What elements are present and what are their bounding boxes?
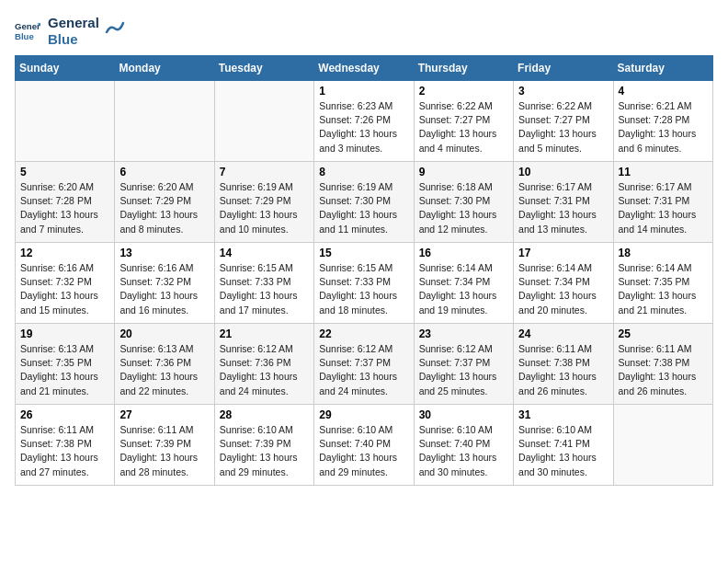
day-info: Sunrise: 6:20 AMSunset: 7:28 PMDaylight:… <box>20 180 109 236</box>
day-info: Sunrise: 6:12 AMSunset: 7:37 PMDaylight:… <box>419 342 508 398</box>
day-number: 21 <box>220 327 309 340</box>
day-info: Sunrise: 6:12 AMSunset: 7:36 PMDaylight:… <box>220 342 309 398</box>
day-number: 27 <box>119 408 209 421</box>
day-info: Sunrise: 6:10 AMSunset: 7:40 PMDaylight:… <box>319 423 408 479</box>
day-number: 14 <box>220 247 309 259</box>
day-info: Sunrise: 6:15 AMSunset: 7:33 PMDaylight:… <box>220 261 309 317</box>
day-number: 20 <box>119 327 209 340</box>
calendar-cell: 17Sunrise: 6:14 AMSunset: 7:34 PMDayligh… <box>514 243 613 324</box>
day-info: Sunrise: 6:14 AMSunset: 7:35 PMDaylight:… <box>619 261 708 317</box>
day-info: Sunrise: 6:14 AMSunset: 7:34 PMDaylight:… <box>518 261 608 317</box>
calendar-cell: 12Sunrise: 6:16 AMSunset: 7:32 PMDayligh… <box>16 243 115 324</box>
calendar-cell: 10Sunrise: 6:17 AMSunset: 7:31 PMDayligh… <box>514 162 613 243</box>
day-info: Sunrise: 6:12 AMSunset: 7:37 PMDaylight:… <box>319 342 408 398</box>
day-info: Sunrise: 6:11 AMSunset: 7:38 PMDaylight:… <box>20 423 109 479</box>
day-info: Sunrise: 6:13 AMSunset: 7:35 PMDaylight:… <box>20 342 109 398</box>
day-info: Sunrise: 6:16 AMSunset: 7:32 PMDaylight:… <box>119 261 209 317</box>
day-info: Sunrise: 6:10 AMSunset: 7:39 PMDaylight:… <box>220 423 309 479</box>
logo-general: General <box>48 15 99 31</box>
day-info: Sunrise: 6:10 AMSunset: 7:40 PMDaylight:… <box>419 423 508 479</box>
day-number: 10 <box>518 166 608 178</box>
calendar-cell: 4Sunrise: 6:21 AMSunset: 7:28 PMDaylight… <box>613 81 712 162</box>
logo-icon: General Blue <box>15 18 40 44</box>
svg-text:General: General <box>15 21 40 31</box>
day-number: 8 <box>319 166 408 178</box>
day-info: Sunrise: 6:13 AMSunset: 7:36 PMDaylight:… <box>119 342 209 398</box>
day-info: Sunrise: 6:19 AMSunset: 7:30 PMDaylight:… <box>319 180 408 236</box>
day-number: 4 <box>619 85 708 98</box>
day-info: Sunrise: 6:18 AMSunset: 7:30 PMDaylight:… <box>419 180 508 236</box>
calendar-week-5: 26Sunrise: 6:11 AMSunset: 7:38 PMDayligh… <box>16 405 713 486</box>
calendar-cell: 31Sunrise: 6:10 AMSunset: 7:41 PMDayligh… <box>514 405 613 486</box>
calendar-cell: 16Sunrise: 6:14 AMSunset: 7:34 PMDayligh… <box>414 243 513 324</box>
header-day-monday: Monday <box>115 56 214 81</box>
day-number: 16 <box>419 247 508 259</box>
day-number: 13 <box>119 247 209 259</box>
day-number: 24 <box>518 327 608 340</box>
calendar-cell <box>214 81 313 162</box>
calendar-week-3: 12Sunrise: 6:16 AMSunset: 7:32 PMDayligh… <box>16 243 713 324</box>
day-info: Sunrise: 6:15 AMSunset: 7:33 PMDaylight:… <box>319 261 408 317</box>
day-info: Sunrise: 6:11 AMSunset: 7:39 PMDaylight:… <box>119 423 209 479</box>
day-number: 15 <box>319 247 408 259</box>
calendar-cell: 22Sunrise: 6:12 AMSunset: 7:37 PMDayligh… <box>314 324 414 405</box>
day-number: 3 <box>518 85 608 98</box>
day-info: Sunrise: 6:22 AMSunset: 7:27 PMDaylight:… <box>518 99 608 155</box>
header-day-friday: Friday <box>514 56 613 81</box>
calendar-week-4: 19Sunrise: 6:13 AMSunset: 7:35 PMDayligh… <box>16 324 713 405</box>
logo: General Blue General Blue <box>15 15 125 48</box>
calendar-cell <box>613 405 712 486</box>
day-info: Sunrise: 6:19 AMSunset: 7:29 PMDaylight:… <box>220 180 309 236</box>
calendar-week-2: 5Sunrise: 6:20 AMSunset: 7:28 PMDaylight… <box>16 162 713 243</box>
day-number: 19 <box>20 327 109 340</box>
day-number: 11 <box>619 166 708 178</box>
calendar-cell <box>115 81 214 162</box>
calendar-cell: 1Sunrise: 6:23 AMSunset: 7:26 PMDaylight… <box>314 81 414 162</box>
day-number: 25 <box>619 327 708 340</box>
calendar-cell: 14Sunrise: 6:15 AMSunset: 7:33 PMDayligh… <box>214 243 313 324</box>
header-day-tuesday: Tuesday <box>214 56 313 81</box>
calendar-cell: 7Sunrise: 6:19 AMSunset: 7:29 PMDaylight… <box>214 162 313 243</box>
calendar-header: SundayMondayTuesdayWednesdayThursdayFrid… <box>16 56 713 81</box>
calendar-cell: 15Sunrise: 6:15 AMSunset: 7:33 PMDayligh… <box>314 243 414 324</box>
header: General Blue General Blue <box>15 15 713 48</box>
calendar-cell: 11Sunrise: 6:17 AMSunset: 7:31 PMDayligh… <box>613 162 712 243</box>
day-number: 1 <box>319 85 408 98</box>
day-number: 30 <box>419 408 508 421</box>
calendar-cell: 8Sunrise: 6:19 AMSunset: 7:30 PMDaylight… <box>314 162 414 243</box>
calendar-cell: 25Sunrise: 6:11 AMSunset: 7:38 PMDayligh… <box>613 324 712 405</box>
calendar-cell: 23Sunrise: 6:12 AMSunset: 7:37 PMDayligh… <box>414 324 513 405</box>
calendar-cell: 18Sunrise: 6:14 AMSunset: 7:35 PMDayligh… <box>613 243 712 324</box>
day-number: 12 <box>20 247 109 259</box>
day-number: 31 <box>518 408 608 421</box>
calendar-cell: 9Sunrise: 6:18 AMSunset: 7:30 PMDaylight… <box>414 162 513 243</box>
svg-text:Blue: Blue <box>15 31 34 41</box>
day-number: 7 <box>220 166 309 178</box>
day-number: 2 <box>419 85 508 98</box>
calendar-cell: 13Sunrise: 6:16 AMSunset: 7:32 PMDayligh… <box>115 243 214 324</box>
day-info: Sunrise: 6:21 AMSunset: 7:28 PMDaylight:… <box>619 99 708 155</box>
calendar-table: SundayMondayTuesdayWednesdayThursdayFrid… <box>15 55 713 486</box>
day-number: 9 <box>419 166 508 178</box>
day-info: Sunrise: 6:17 AMSunset: 7:31 PMDaylight:… <box>619 180 708 236</box>
calendar-body: 1Sunrise: 6:23 AMSunset: 7:26 PMDaylight… <box>16 81 713 486</box>
header-day-saturday: Saturday <box>613 56 712 81</box>
day-info: Sunrise: 6:17 AMSunset: 7:31 PMDaylight:… <box>518 180 608 236</box>
logo-wave-icon <box>105 19 125 36</box>
day-info: Sunrise: 6:10 AMSunset: 7:41 PMDaylight:… <box>518 423 608 479</box>
day-info: Sunrise: 6:16 AMSunset: 7:32 PMDaylight:… <box>20 261 109 317</box>
day-info: Sunrise: 6:14 AMSunset: 7:34 PMDaylight:… <box>419 261 508 317</box>
calendar-cell: 21Sunrise: 6:12 AMSunset: 7:36 PMDayligh… <box>214 324 313 405</box>
calendar-cell: 5Sunrise: 6:20 AMSunset: 7:28 PMDaylight… <box>16 162 115 243</box>
calendar-cell: 20Sunrise: 6:13 AMSunset: 7:36 PMDayligh… <box>115 324 214 405</box>
day-number: 17 <box>518 247 608 259</box>
day-info: Sunrise: 6:11 AMSunset: 7:38 PMDaylight:… <box>619 342 708 398</box>
day-info: Sunrise: 6:20 AMSunset: 7:29 PMDaylight:… <box>119 180 209 236</box>
calendar-cell: 27Sunrise: 6:11 AMSunset: 7:39 PMDayligh… <box>115 405 214 486</box>
day-number: 23 <box>419 327 508 340</box>
calendar-cell: 29Sunrise: 6:10 AMSunset: 7:40 PMDayligh… <box>314 405 414 486</box>
day-number: 18 <box>619 247 708 259</box>
day-info: Sunrise: 6:11 AMSunset: 7:38 PMDaylight:… <box>518 342 608 398</box>
header-day-sunday: Sunday <box>16 56 115 81</box>
calendar-cell: 26Sunrise: 6:11 AMSunset: 7:38 PMDayligh… <box>16 405 115 486</box>
